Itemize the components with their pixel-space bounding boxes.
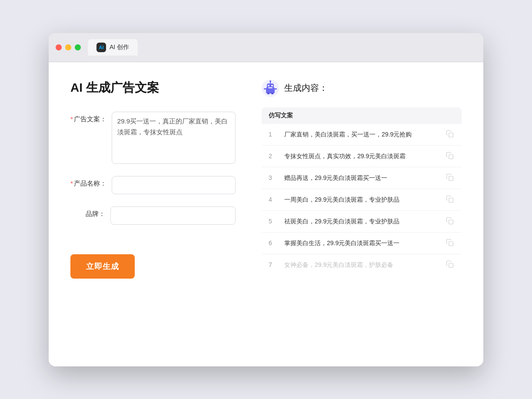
tab-bar: AI AI 创作 [88, 39, 138, 56]
svg-rect-18 [449, 263, 453, 268]
brand-input[interactable]: 好白 [110, 206, 236, 225]
row-num: 2 [269, 153, 277, 160]
row-num: 4 [269, 196, 277, 203]
copy-icon[interactable] [446, 239, 455, 247]
product-name-input[interactable]: 美白淡斑霜 [112, 176, 236, 194]
browser-window: AI AI 创作 AI 生成广告文案 *广告文案： 29.9买一送一，真正的厂家… [49, 33, 483, 366]
row-text: 掌握美白生活，29.9元美白淡斑霜买一送一 [284, 239, 439, 248]
row-text: 厂家直销，美白淡斑霜，买一送一，29.9元抢购 [284, 130, 439, 139]
svg-rect-17 [449, 242, 453, 246]
result-row: 1 厂家直销，美白淡斑霜，买一送一，29.9元抢购 [262, 124, 462, 146]
generate-button[interactable]: 立即生成 [70, 254, 135, 279]
minimize-button[interactable] [65, 44, 71, 50]
right-panel: 生成内容： 仿写文案 1 厂家直销，美白淡斑霜，买一送一，29.9元抢购 2 专… [262, 80, 462, 349]
result-row: 4 一周美白，29.9元美白淡斑霜，专业护肤品 [262, 189, 462, 211]
required-star-2: * [70, 180, 73, 187]
copy-icon[interactable] [446, 260, 455, 269]
close-button[interactable] [56, 44, 62, 50]
svg-point-4 [269, 80, 271, 82]
ai-tab-icon: AI [96, 43, 106, 52]
row-num: 1 [269, 131, 277, 138]
svg-rect-7 [268, 87, 273, 88]
row-num: 3 [269, 174, 277, 181]
browser-content: AI 生成广告文案 *广告文案： 29.9买一送一，真正的厂家直销，美白淡斑霜，… [49, 62, 483, 366]
ai-tab-label: AI 创作 [110, 43, 129, 51]
browser-toolbar: AI AI 创作 [49, 33, 483, 62]
result-title: 生成内容： [284, 82, 328, 94]
product-name-label: *产品名称： [70, 176, 106, 188]
maximize-button[interactable] [75, 44, 81, 50]
row-text: 赠品再送，29.9元美白淡斑霜买一送一 [284, 173, 439, 183]
result-row: 3 赠品再送，29.9元美白淡斑霜买一送一 [262, 167, 462, 189]
product-name-group: *产品名称： 美白淡斑霜 [70, 176, 236, 194]
copy-icon[interactable] [446, 217, 455, 226]
result-table: 仿写文案 1 厂家直销，美白淡斑霜，买一送一，29.9元抢购 2 专抹女性斑点，… [262, 107, 462, 276]
row-text: 专抹女性斑点，真实功效，29.9元美白淡斑霜 [284, 152, 439, 161]
result-row: 6 掌握美白生活，29.9元美白淡斑霜买一送一 [262, 233, 462, 254]
svg-rect-11 [271, 93, 273, 94]
brand-group: 品牌： 好白 [70, 206, 236, 225]
result-header: 生成内容： [262, 80, 462, 97]
left-panel: AI 生成广告文案 *广告文案： 29.9买一送一，真正的厂家直销，美白淡斑霜，… [70, 80, 236, 349]
svg-rect-16 [449, 220, 453, 224]
copy-icon[interactable] [446, 173, 455, 182]
row-text: 祛斑美白，29.9元美白淡斑霜，专业护肤品 [284, 217, 439, 226]
ad-copy-group: *广告文案： 29.9买一送一，真正的厂家直销，美白淡斑霜，专抹女性斑点 [70, 112, 236, 164]
svg-rect-14 [449, 176, 453, 181]
svg-rect-8 [264, 88, 266, 90]
brand-label: 品牌： [70, 206, 105, 218]
result-row: 2 专抹女性斑点，真实功效，29.9元美白淡斑霜 [262, 146, 462, 167]
copy-icon[interactable] [446, 195, 455, 204]
ai-tab[interactable]: AI AI 创作 [88, 39, 138, 56]
ad-copy-label: *广告文案： [70, 112, 106, 123]
svg-rect-12 [449, 133, 453, 137]
ad-copy-textarea[interactable]: 29.9买一送一，真正的厂家直销，美白淡斑霜，专抹女性斑点 [112, 112, 236, 164]
result-row: 5 祛斑美白，29.9元美白淡斑霜，专业护肤品 [262, 211, 462, 233]
copy-icon[interactable] [446, 152, 455, 160]
result-table-header: 仿写文案 [262, 107, 462, 124]
row-text: 一周美白，29.9元美白淡斑霜，专业护肤品 [284, 195, 439, 204]
page-title: AI 生成广告文案 [70, 80, 236, 96]
row-text: 女神必备，29.9元美白淡斑霜，护肤必备 [284, 260, 439, 269]
svg-rect-10 [267, 93, 269, 94]
row-num: 7 [269, 261, 277, 268]
result-row-muted: 7 女神必备，29.9元美白淡斑霜，护肤必备 [262, 254, 462, 276]
row-num: 5 [269, 218, 277, 225]
robot-icon [262, 80, 279, 97]
row-num: 6 [269, 239, 277, 246]
svg-rect-9 [275, 88, 277, 90]
copy-icon[interactable] [446, 130, 455, 139]
required-star-1: * [70, 115, 73, 123]
svg-rect-15 [449, 198, 453, 203]
traffic-lights [56, 44, 81, 50]
svg-rect-13 [449, 155, 453, 159]
svg-point-6 [271, 85, 273, 86]
svg-point-5 [268, 85, 269, 86]
